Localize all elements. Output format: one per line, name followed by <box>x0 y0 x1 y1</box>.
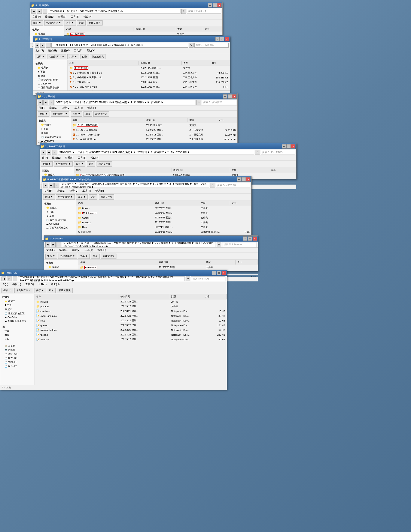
sidebar-item[interactable]: 🖥 桌面 <box>37 131 71 135</box>
toolbar-button[interactable]: 新建文件夹 <box>90 54 106 59</box>
menu-item[interactable]: 帮助(H) <box>50 282 61 286</box>
maximize-button[interactable]: □ <box>248 237 252 241</box>
column-header[interactable]: 名称 <box>35 294 119 299</box>
file-row[interactable]: 📁3，扩展例程2022/11/5 星期五...文件夹 <box>68 66 230 70</box>
column-header[interactable]: 名称 <box>64 27 134 31</box>
toolbar-button[interactable]: 新建文件夹 <box>97 162 112 167</box>
menu-item[interactable]: 编辑(E) <box>56 189 66 193</box>
back-button[interactable]: ◀ <box>38 100 43 105</box>
menu-item[interactable]: 查看(V) <box>57 15 67 19</box>
toolbar-button[interactable]: 新建文件夹 <box>99 194 114 200</box>
sidebar-item[interactable]: 🖥 桌面 <box>33 74 67 78</box>
maximize-button[interactable]: □ <box>228 94 232 99</box>
menu-item[interactable]: 帮助(H) <box>90 156 100 160</box>
column-header[interactable]: 大小 <box>217 118 237 122</box>
toolbar-button[interactable]: 组织 ▼ <box>45 254 57 259</box>
column-header[interactable]: 修改日期 <box>172 168 230 172</box>
forward-button[interactable]: ▶ <box>51 242 56 247</box>
file-row[interactable]: 📁2，FreeRTOS例程2023/1/6 星期五...文件夹 <box>71 123 237 128</box>
toolbar-button[interactable]: 新建文件夹 <box>93 112 109 117</box>
address-path[interactable]: STM32学习 ▶ 【正点原子】战舰STM32F103开发板V4 资料盘(A盘)… <box>55 100 195 105</box>
menu-item[interactable]: 帮助(H) <box>83 15 93 19</box>
toolbar-button[interactable]: 刻录 <box>87 162 95 167</box>
file-row[interactable]: 🗜2，FreeRTOS例程.zip2022/5/13 星期...ZIP 压缩文件… <box>71 133 237 137</box>
column-header[interactable]: 修改日期 <box>134 27 175 31</box>
column-header[interactable]: 修改日期 <box>139 61 181 65</box>
column-header[interactable]: 修改日期 <box>153 201 199 205</box>
sidebar-item[interactable]: 🕐 最近访问的位置 <box>0 312 34 315</box>
menu-item[interactable]: 工具(T) <box>77 156 87 160</box>
search-box[interactable]: 搜索 FreeRTOS <box>191 276 225 281</box>
file-row[interactable]: 🗜2，标准例程-HAL库版本.zip2022/11/19 星期...ZIP 压缩… <box>68 75 230 80</box>
sidebar-item[interactable]: ⬇ 下载 <box>37 127 71 131</box>
sidebar-item[interactable]: ⭐ 收藏夹 <box>30 32 64 36</box>
toolbar-button[interactable]: 共享 ▼ <box>71 112 82 117</box>
sidebar-item[interactable]: ⭐ 收藏夹 <box>37 123 71 127</box>
back-button[interactable]: ◀ <box>41 150 46 155</box>
toolbar-button[interactable]: 刻录 <box>80 54 89 59</box>
toolbar-button[interactable]: 刻录 <box>77 20 86 26</box>
menu-item[interactable]: 工具(T) <box>84 248 94 252</box>
file-row[interactable]: 🗜5，ATKNRC(数字字母手写识别库).zip2022/3/28 星期...Z… <box>68 89 230 90</box>
minimize-button[interactable]: ─ <box>223 94 227 99</box>
back-button[interactable]: ◀ <box>31 9 36 14</box>
toolbar-button[interactable]: 共享 ▼ <box>64 20 76 26</box>
column-header[interactable]: 大小 <box>230 201 251 205</box>
close-button[interactable]: ✕ <box>246 177 250 181</box>
toolbar-button[interactable]: 刻录 <box>89 194 97 200</box>
forward-button[interactable]: ▶ <box>40 43 45 48</box>
maximize-button[interactable]: □ <box>220 37 224 41</box>
file-row[interactable]: 📁include2022/3/28 星期...文件夹 <box>35 299 227 304</box>
refresh-button[interactable]: ↻ <box>255 150 260 155</box>
column-header[interactable]: 大小 <box>236 260 258 265</box>
toolbar-button[interactable]: 新建文件夹 <box>57 288 73 293</box>
column-header[interactable]: 修改日期 <box>144 118 188 122</box>
sidebar-item[interactable]: 🕐 最近访问的位置 <box>33 78 67 82</box>
menu-item[interactable]: 编辑(E) <box>48 106 58 110</box>
column-header[interactable]: 名称 <box>76 201 153 205</box>
menu-item[interactable]: 工具(T) <box>73 49 83 53</box>
file-row[interactable]: 🗜3，扩展例程.zip2023/1/6 星期五...ZIP 压缩文件916,20… <box>68 80 230 85</box>
menu-item[interactable]: 文件(F) <box>45 248 55 252</box>
file-row[interactable]: 🗜4，STM32启动文件.zip2022/10/31 星期...ZIP 压缩文件… <box>68 85 230 89</box>
sidebar-drive[interactable]: 💾 娱乐 (F:) <box>0 364 34 368</box>
up-button[interactable]: ↑ <box>54 183 59 188</box>
column-header[interactable]: 类型 <box>230 168 269 172</box>
search-box[interactable]: 搜索 4，程序源码 <box>194 43 229 48</box>
toolbar-button[interactable]: 共享 ▼ <box>34 288 46 293</box>
maximize-button[interactable]: □ <box>213 3 217 8</box>
column-header[interactable]: 类型 <box>188 118 217 122</box>
column-header[interactable]: 大小 <box>210 61 230 65</box>
column-header[interactable]: 类型 <box>199 201 230 205</box>
address-path[interactable]: STM32学习 ▶ 【正点原子】战舰STM32F103开发板V4 资料盘(A盘)… <box>48 9 181 14</box>
sidebar-item[interactable]: ⭐ 收藏夹 <box>0 299 34 303</box>
search-box[interactable]: 搜索 3，扩展例程 <box>202 100 236 105</box>
toolbar-button[interactable]: 共享 ▼ <box>76 194 88 200</box>
column-header[interactable]: 大小 <box>269 168 296 172</box>
back-button[interactable]: ◀ <box>35 43 39 48</box>
sidebar-computer[interactable]: 💻 计算机 <box>0 348 34 352</box>
column-header[interactable]: 名称 <box>71 118 144 122</box>
menu-item[interactable]: 编辑(E) <box>51 156 61 160</box>
menu-item[interactable]: 件(F) <box>38 106 45 110</box>
forward-button[interactable]: ▶ <box>37 9 42 14</box>
file-row[interactable]: 🗜1，uC-OS3例程.zip2022/6/29 星期...ZIP 压缩文件57… <box>71 128 237 133</box>
menu-item[interactable]: 编辑(E) <box>12 282 22 286</box>
refresh-button[interactable]: ↻ <box>181 9 186 14</box>
menu-item[interactable]: 工具(T) <box>70 15 80 19</box>
sidebar-item[interactable]: ⭐ 收藏夹 <box>44 265 78 269</box>
maximize-button[interactable]: □ <box>241 177 246 181</box>
menu-item[interactable]: 查看(V) <box>24 282 35 286</box>
address-path[interactable]: STM32学习 ▶ 【正点原子】战舰STM32F103开发板V4 资料盘(A盘)… <box>62 242 216 247</box>
toolbar-button[interactable]: 新建文件夹 <box>87 20 102 26</box>
column-header[interactable]: 大小 <box>203 294 227 299</box>
close-button[interactable]: ✕ <box>291 144 295 149</box>
menu-item[interactable]: 工具(T) <box>37 282 47 286</box>
menu-item[interactable]: 编辑(E) <box>44 15 54 19</box>
minimize-button[interactable]: ─ <box>215 37 220 41</box>
menu-item[interactable]: 件(F) <box>1 282 9 286</box>
sidebar-item[interactable]: ☁ OneDrive <box>33 82 67 86</box>
file-row[interactable]: 📁User2022/4/1 星期五...文件夹 <box>76 225 251 229</box>
column-header[interactable]: 类型 <box>175 27 203 31</box>
toolbar-button[interactable]: 组织 ▼ <box>1 288 13 293</box>
